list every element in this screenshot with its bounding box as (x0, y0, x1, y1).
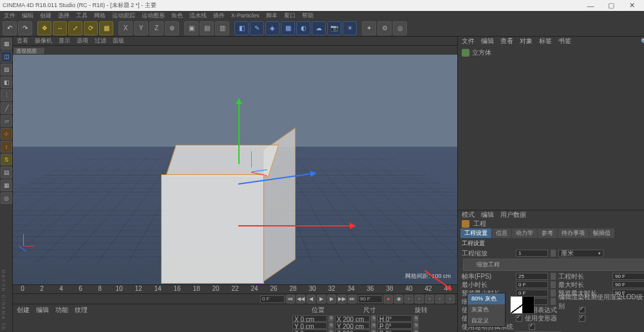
redo-button[interactable]: ↷ (18, 21, 32, 35)
menu-tools[interactable]: 工具 (76, 12, 88, 20)
def-checkbox[interactable] (579, 315, 585, 322)
vp-view[interactable]: 查看 (17, 37, 28, 45)
tab-dynamics[interactable]: 动力学 (512, 228, 537, 238)
snap-toggle[interactable]: S (1, 154, 12, 165)
mat-tab-tex[interactable]: 纹理 (75, 306, 88, 315)
move-tool[interactable]: ↔ (53, 21, 67, 35)
mat-tab-create[interactable]: 创建 (17, 306, 30, 315)
object-mode[interactable]: ◧ (1, 77, 12, 88)
menu-mesh[interactable]: 网格 (94, 12, 106, 20)
menu-file[interactable]: 文件 (4, 12, 15, 20)
maximize-button[interactable]: ▢ (601, 1, 621, 10)
size-y-field[interactable]: Y 200 cm (335, 322, 370, 329)
projlen-field[interactable]: 90 F (612, 273, 644, 280)
autokey-button[interactable]: ◉ (394, 295, 403, 304)
primitive-cube[interactable]: ◧ (234, 21, 249, 35)
am-mode[interactable]: 模式 (462, 210, 475, 219)
dropdown-option-80gray[interactable]: 80% 灰色 (468, 293, 505, 304)
prev-frame[interactable]: ◀ (307, 295, 316, 304)
color-swatch[interactable] (510, 296, 535, 314)
menu-pipeline[interactable]: 流水线 (189, 12, 207, 20)
vp-options[interactable]: 选项 (77, 37, 88, 45)
maxt-field[interactable]: 90 F (612, 281, 644, 288)
viewport[interactable]: 网格间距: 100 cm (13, 55, 457, 284)
goto-end[interactable]: ⏭ (348, 295, 357, 304)
menu-select[interactable]: 选择 (58, 12, 70, 20)
menu-window[interactable]: 窗口 (284, 12, 296, 20)
record-button[interactable]: ● (384, 295, 393, 304)
tab-todo[interactable]: 待办事项 (558, 228, 589, 238)
snap-settings[interactable]: ▦ (1, 180, 12, 191)
cube-object[interactable] (161, 145, 277, 273)
am-edit[interactable]: 编辑 (481, 210, 494, 219)
am-userdata[interactable]: 用户数据 (500, 210, 526, 219)
color-dropdown[interactable]: 80% 灰色 灰蓝色 自定义 (467, 293, 506, 327)
menu-edit[interactable]: 编辑 (22, 12, 33, 20)
key-scale[interactable]: ▫ (415, 295, 424, 304)
enable-axis[interactable]: ↕ (1, 141, 12, 152)
size-x-field[interactable]: X 200 cm (335, 315, 370, 322)
key-rot[interactable]: ▫ (425, 295, 434, 304)
fps-field[interactable]: 25 (516, 273, 548, 280)
model-mode[interactable]: ◫ (1, 51, 12, 62)
size-z-field[interactable]: Z 200 cm (335, 329, 370, 332)
light-tool[interactable]: ☀ (343, 21, 357, 35)
menu-xparticles[interactable]: X-Particles (231, 12, 260, 19)
coord-system[interactable]: ⊕ (165, 21, 179, 35)
key-pos[interactable]: ▫ (404, 295, 413, 304)
camera-tool[interactable]: 📷 (327, 21, 341, 35)
end-frame-field[interactable]: 90 F (358, 295, 383, 303)
make-editable[interactable]: ▦ (1, 38, 12, 50)
tab-info[interactable]: 信息 (492, 228, 511, 238)
goto-start[interactable]: ⏮ (286, 295, 295, 304)
deformer-tool[interactable]: ◐ (296, 21, 310, 35)
nurbs-tool[interactable]: ◈ (265, 21, 279, 35)
om-file[interactable]: 文件 (462, 37, 475, 46)
environment-tool[interactable]: ☁ (312, 21, 326, 35)
tab-interp[interactable]: 帧插值 (589, 228, 614, 238)
xp-tool1[interactable]: ✦ (362, 21, 376, 35)
scale-unit-select[interactable]: 厘米 (558, 250, 603, 257)
undo-button[interactable]: ↶ (3, 21, 17, 35)
generator-tool[interactable]: ▦ (281, 21, 295, 35)
viewport-solo[interactable]: ◎ (1, 192, 12, 204)
play-button[interactable]: ▶ (317, 295, 326, 304)
motion-checkbox[interactable] (529, 324, 535, 330)
key-pla[interactable]: ▫ (446, 295, 455, 304)
om-tags[interactable]: 标签 (539, 37, 552, 46)
dropdown-option-custom[interactable]: 自定义 (468, 315, 505, 326)
mat-tab-edit[interactable]: 编辑 (36, 306, 49, 315)
tab-reference[interactable]: 参考 (538, 228, 557, 238)
om-bookmark[interactable]: 书签 (558, 37, 571, 46)
prev-key[interactable]: ◀◀ (296, 295, 305, 304)
texture-mode[interactable]: ▧ (1, 64, 12, 75)
menu-plugins[interactable]: 插件 (213, 12, 225, 20)
pos-x-field[interactable]: X 0 cm (292, 315, 327, 322)
menu-motion-track[interactable]: 运动跟踪 (112, 12, 135, 20)
rot-b-field[interactable]: B 0° (377, 329, 412, 332)
next-key[interactable]: ▶▶ (337, 295, 346, 304)
current-frame-field[interactable]: 0 F (260, 295, 285, 303)
xp-tool3[interactable]: ◎ (393, 21, 407, 35)
menu-character[interactable]: 角色 (171, 12, 183, 20)
vp-panel[interactable]: 面板 (113, 37, 124, 45)
scale-project-button[interactable]: 缩放工程 (463, 259, 644, 271)
tree-item-cube[interactable]: 立方体 (462, 48, 644, 57)
expr-checkbox[interactable] (579, 307, 585, 313)
vp-display[interactable]: 显示 (59, 37, 70, 45)
mint-field[interactable]: 0 F (516, 281, 548, 288)
tab-project-settings[interactable]: 工程设置 (460, 228, 491, 238)
menu-script[interactable]: 脚本 (266, 12, 278, 20)
rot-p-field[interactable]: P 0° (377, 322, 412, 329)
xp-tool2[interactable]: ⚙ (377, 21, 392, 35)
gen-checkbox[interactable] (516, 315, 522, 322)
edge-mode[interactable]: ╱ (1, 102, 12, 114)
mat-tab-func[interactable]: 功能 (55, 306, 68, 315)
menu-mograph[interactable]: 运动图形 (142, 12, 165, 20)
key-param[interactable]: ▫ (435, 295, 444, 304)
timeline-ruler[interactable]: 0246810121416182022242628303234363840424… (13, 284, 457, 293)
rot-h-field[interactable]: H 0° (377, 315, 412, 322)
vp-filter[interactable]: 过滤 (95, 37, 106, 45)
axis-z-lock[interactable]: Z (149, 21, 164, 35)
render-view[interactable]: ▣ (184, 21, 198, 35)
